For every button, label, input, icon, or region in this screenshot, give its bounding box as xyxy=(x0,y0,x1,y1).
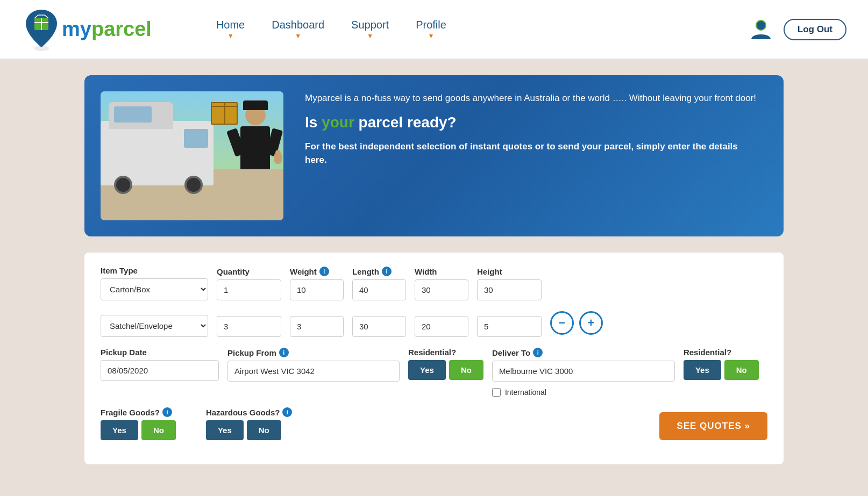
height-field-2 xyxy=(477,316,542,337)
deliver-to-input[interactable] xyxy=(492,361,675,382)
residential-deliver-field: Residential? Yes No xyxy=(684,348,759,380)
main-content: Myparcel is a no-fuss way to send goods … xyxy=(74,59,794,480)
pickup-from-field: Pickup From i xyxy=(227,348,400,382)
quantity-field-1: Quantity xyxy=(217,267,281,300)
nav-arrow-profile: ▼ xyxy=(428,32,435,40)
hazardous-no-btn[interactable]: No xyxy=(247,420,281,440)
form-row-4: Fragile Goods? i Yes No Hazardous Goods?… xyxy=(101,407,767,440)
residential-deliver-label: Residential? xyxy=(684,348,759,357)
residential-deliver-buttons: Yes No xyxy=(684,360,759,380)
fragile-info-icon[interactable]: i xyxy=(162,407,172,417)
user-icon xyxy=(749,18,773,41)
nav-item-dashboard[interactable]: Dashboard ▼ xyxy=(272,19,324,40)
weight-input-2[interactable] xyxy=(290,316,344,337)
residential-pickup-no-btn[interactable]: No xyxy=(449,360,483,380)
form-row-3: Pickup Date Pickup From i Residential? Y… xyxy=(101,348,767,397)
pickup-from-info-icon[interactable]: i xyxy=(279,348,289,357)
length-input-2[interactable] xyxy=(352,316,406,337)
hazardous-field: Hazardous Goods? i Yes No xyxy=(206,407,293,440)
pickup-date-input[interactable] xyxy=(101,360,219,381)
residential-pickup-buttons: Yes No xyxy=(408,360,483,380)
row-actions: − + xyxy=(550,311,603,337)
logo-text: myparcel xyxy=(62,18,152,41)
height-input-2[interactable] xyxy=(477,316,542,337)
international-label: International xyxy=(505,388,546,397)
international-checkbox[interactable] xyxy=(492,388,501,397)
residential-pickup-yes-btn[interactable]: Yes xyxy=(408,360,446,380)
hero-text: Myparcel is a no-fuss way to send goods … xyxy=(305,91,762,167)
remove-row-button[interactable]: − xyxy=(550,311,574,335)
nav-arrow-home: ▼ xyxy=(227,32,234,40)
length-field-2 xyxy=(352,316,406,337)
residential-deliver-yes-btn[interactable]: Yes xyxy=(684,360,721,380)
width-field-2 xyxy=(415,316,468,337)
logout-button[interactable]: Log Out xyxy=(784,19,846,40)
width-field-1: Width xyxy=(415,267,468,300)
width-input-2[interactable] xyxy=(415,316,468,337)
deliver-to-info-icon[interactable]: i xyxy=(533,348,543,357)
international-row: International xyxy=(492,388,675,397)
pickup-from-input[interactable] xyxy=(227,361,400,382)
pickup-date-field: Pickup Date xyxy=(101,348,219,381)
item-type-label: Item Type xyxy=(101,266,208,275)
nav-item-home[interactable]: Home ▼ xyxy=(216,19,245,40)
hazardous-label: Hazardous Goods? i xyxy=(206,407,293,417)
hero-subtitle: For the best independent selection of in… xyxy=(305,140,762,167)
add-row-button[interactable]: + xyxy=(579,311,603,335)
nav-item-profile[interactable]: Profile ▼ xyxy=(416,19,446,40)
header-right: Log Out xyxy=(749,18,846,41)
hero-description: Myparcel is a no-fuss way to send goods … xyxy=(305,91,762,105)
hazardous-info-icon[interactable]: i xyxy=(282,407,292,417)
residential-deliver-no-btn[interactable]: No xyxy=(724,360,759,380)
see-quotes-wrap: SEE QUOTES » xyxy=(659,412,767,440)
item-type-field-2: Carton/Box Satchel/Envelope Pallet Other xyxy=(101,315,208,337)
fragile-yes-btn[interactable]: Yes xyxy=(101,420,138,440)
length-info-icon[interactable]: i xyxy=(382,267,392,276)
nav-arrow-support: ▼ xyxy=(367,32,373,40)
length-input-1[interactable] xyxy=(352,279,406,300)
logo: myparcel xyxy=(22,5,152,54)
deliver-to-field: Deliver To i International xyxy=(492,348,675,397)
hero-card: Myparcel is a no-fuss way to send goods … xyxy=(84,75,784,236)
weight-info-icon[interactable]: i xyxy=(319,267,329,276)
fragile-no-btn[interactable]: No xyxy=(141,420,176,440)
width-input-1[interactable] xyxy=(415,279,468,300)
weight-field-1: Weight i xyxy=(290,267,344,300)
residential-pickup-field: Residential? Yes No xyxy=(408,348,483,380)
residential-pickup-label: Residential? xyxy=(408,348,483,357)
pickup-date-label: Pickup Date xyxy=(101,348,219,357)
hazardous-yes-btn[interactable]: Yes xyxy=(206,420,244,440)
main-nav: Home ▼ Dashboard ▼ Support ▼ Profile ▼ xyxy=(216,19,749,40)
deliver-to-label: Deliver To i xyxy=(492,348,675,357)
width-label: Width xyxy=(415,267,468,276)
hazardous-buttons: Yes No xyxy=(206,420,293,440)
nav-arrow-dashboard: ▼ xyxy=(295,32,301,40)
height-field-1: Height xyxy=(477,267,542,300)
quantity-input-1[interactable] xyxy=(217,279,281,300)
height-label: Height xyxy=(477,267,542,276)
see-quotes-button[interactable]: SEE QUOTES » xyxy=(659,412,767,440)
form-row-2: Carton/Box Satchel/Envelope Pallet Other xyxy=(101,311,767,337)
item-type-field-1: Item Type Carton/Box Satchel/Envelope Pa… xyxy=(101,266,208,300)
header: myparcel Home ▼ Dashboard ▼ Support ▼ Pr… xyxy=(0,0,868,59)
hero-title: Is your parcel ready? xyxy=(305,114,762,131)
form-row-1: Item Type Carton/Box Satchel/Envelope Pa… xyxy=(101,266,767,300)
quantity-label: Quantity xyxy=(217,267,281,276)
quote-form: Item Type Carton/Box Satchel/Envelope Pa… xyxy=(84,253,784,464)
fragile-field: Fragile Goods? i Yes No xyxy=(101,407,176,440)
pickup-from-label: Pickup From i xyxy=(227,348,400,357)
item-type-select-2[interactable]: Carton/Box Satchel/Envelope Pallet Other xyxy=(101,315,208,337)
height-input-1[interactable] xyxy=(477,279,542,300)
quantity-input-2[interactable] xyxy=(217,316,281,337)
item-type-select-1[interactable]: Carton/Box Satchel/Envelope Pallet Other xyxy=(101,278,208,300)
length-field-1: Length i xyxy=(352,267,406,300)
weight-input-1[interactable] xyxy=(290,279,344,300)
weight-field-2 xyxy=(290,316,344,337)
length-label: Length i xyxy=(352,267,406,276)
quantity-field-2 xyxy=(217,316,281,337)
nav-item-support[interactable]: Support ▼ xyxy=(351,19,389,40)
logo-icon xyxy=(22,5,62,54)
fragile-buttons: Yes No xyxy=(101,420,176,440)
weight-label: Weight i xyxy=(290,267,344,276)
fragile-label: Fragile Goods? i xyxy=(101,407,176,417)
